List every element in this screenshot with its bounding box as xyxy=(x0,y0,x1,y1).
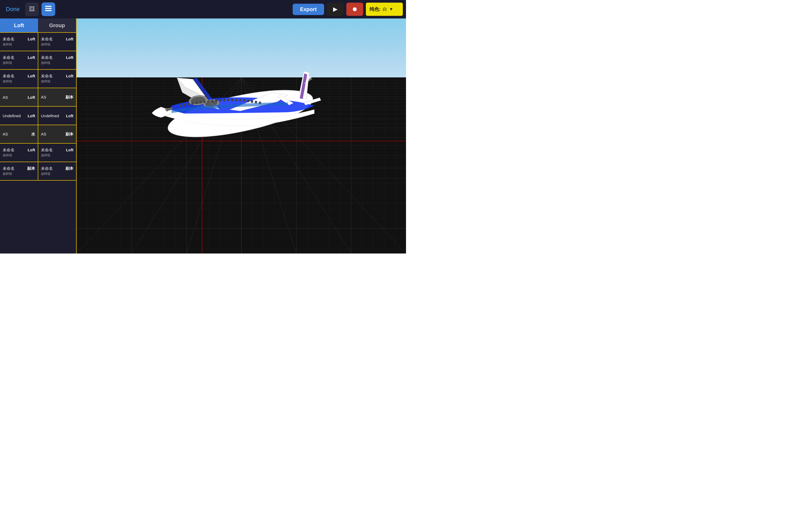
cell-type-left: Loft xyxy=(28,95,35,100)
layers-icon-button[interactable] xyxy=(42,2,55,16)
grid-row-1: 未命名Loft放样组未命名Loft放样组 xyxy=(0,51,76,70)
cell-type-left: Loft xyxy=(28,148,35,152)
cell-name-left: Undefined xyxy=(3,114,20,118)
cell-name-left: 未命名 xyxy=(3,55,14,60)
cell-name-right: 未命名 xyxy=(41,55,53,60)
cell-type-right: Loft xyxy=(66,37,73,41)
horizontal-axis xyxy=(76,141,406,141)
grid-row-4: UndefinedLoftUndefinedLoft xyxy=(0,107,76,125)
play-icon: ▶ xyxy=(333,6,338,13)
grid-cell-left-6[interactable]: 未命名Loft放样组 xyxy=(0,144,38,162)
tab-loft[interactable]: Loft xyxy=(0,18,38,32)
cell-sub-left: 放样组 xyxy=(3,61,35,65)
grid-cell-left-3[interactable]: ASLoft xyxy=(0,88,38,106)
cell-sub-left: 放样组 xyxy=(3,153,35,158)
color-label: 纯色: xyxy=(370,6,381,12)
grid-cell-right-1[interactable]: 未命名Loft放样组 xyxy=(38,51,76,69)
cell-name-right: 未命名 xyxy=(41,148,53,153)
grid-cell-left-2[interactable]: 未命名Loft放样组 xyxy=(0,70,38,88)
vertical-axis xyxy=(202,77,202,254)
grid-row-5: AS水AS副本 xyxy=(0,125,76,144)
svg-rect-2 xyxy=(45,10,52,11)
cell-type-left: Loft xyxy=(28,114,35,118)
grid-row-3: ASLoftAS副本 xyxy=(0,88,76,107)
cell-sub-left: 放样组 xyxy=(3,172,35,176)
grid-cell-left-1[interactable]: 未命名Loft放样组 xyxy=(0,51,38,69)
done-button[interactable]: Done xyxy=(3,4,22,14)
cell-type-right: 副本 xyxy=(65,132,73,137)
color-dropdown-button[interactable]: ▼ xyxy=(389,7,393,12)
cell-sub-right: 放样组 xyxy=(41,61,73,65)
tab-bar: Loft Group xyxy=(0,18,76,32)
cell-sub-right: 放样组 xyxy=(41,172,73,176)
cell-sub-right: 放样组 xyxy=(41,79,73,84)
svg-rect-0 xyxy=(45,6,52,7)
color-panel: 纯色: 白 ▼ xyxy=(366,3,403,16)
object-grid-list: 未命名Loft放样组未命名Loft放样组未命名Loft放样组未命名Loft放样组… xyxy=(0,32,76,253)
cell-type-right: Loft xyxy=(66,114,73,118)
cell-name-left: 未命名 xyxy=(3,37,14,42)
export-button[interactable]: Export xyxy=(293,4,324,15)
grid-cell-left-5[interactable]: AS水 xyxy=(0,125,38,143)
cell-type-right: Loft xyxy=(66,74,73,78)
cell-name-right: 未命名 xyxy=(41,37,53,42)
cell-name-left: 未命名 xyxy=(3,166,14,171)
svg-rect-1 xyxy=(45,8,52,9)
grid-row-7: 未命名副本放样组未命名副本放样组 xyxy=(0,162,76,181)
cell-sub-right: 放样组 xyxy=(41,153,73,158)
grid-floor xyxy=(76,77,406,254)
photo-icon: 🖼 xyxy=(29,6,35,13)
cell-name-right: 未命名 xyxy=(41,74,53,79)
cell-sub-left: 放样组 xyxy=(3,79,35,84)
cell-type-right: Loft xyxy=(66,55,73,60)
cell-name-left: AS xyxy=(3,132,8,136)
grid-cell-right-7[interactable]: 未命名副本放样组 xyxy=(38,162,76,180)
toolbar: Done 🖼 Export ▶ ⏺ 纯色: 白 ▼ xyxy=(0,0,406,18)
record-button[interactable]: ⏺ xyxy=(346,3,363,16)
grid-row-6: 未命名Loft放样组未命名Loft放样组 xyxy=(0,144,76,162)
grid-cell-left-4[interactable]: UndefinedLoft xyxy=(0,107,38,125)
grid-cell-right-0[interactable]: 未命名Loft放样组 xyxy=(38,33,76,51)
tab-group[interactable]: Group xyxy=(38,18,76,32)
grid-cell-left-7[interactable]: 未命名副本放样组 xyxy=(0,162,38,180)
3d-viewport[interactable] xyxy=(76,18,406,253)
cell-name-left: AS xyxy=(3,95,8,100)
cell-type-left: Loft xyxy=(28,74,35,78)
record-icon: ⏺ xyxy=(352,6,358,13)
cell-name-right: AS xyxy=(41,132,46,136)
cell-type-left: 水 xyxy=(31,132,35,137)
grid-cell-right-3[interactable]: AS副本 xyxy=(38,88,76,106)
photo-icon-button[interactable]: 🖼 xyxy=(25,2,39,16)
main-content: Loft Group 未命名Loft放样组未命名Loft放样组未命名Loft放样… xyxy=(0,18,406,253)
grid-row-0: 未命名Loft放样组未命名Loft放样组 xyxy=(0,33,76,51)
cell-type-left: Loft xyxy=(28,37,35,41)
grid-cell-left-0[interactable]: 未命名Loft放样组 xyxy=(0,33,38,51)
cell-name-left: 未命名 xyxy=(3,148,14,153)
sidebar: Loft Group 未命名Loft放样组未命名Loft放样组未命名Loft放样… xyxy=(0,18,76,253)
cell-name-right: 未命名 xyxy=(41,166,53,171)
cell-type-left: Loft xyxy=(28,55,35,60)
cell-name-right: Undefined xyxy=(41,114,59,118)
grid-row-2: 未命名Loft放样组未命名Loft放样组 xyxy=(0,70,76,88)
cell-type-right: Loft xyxy=(66,148,73,152)
grid-cell-right-5[interactable]: AS副本 xyxy=(38,125,76,143)
cell-sub-right: 放样组 xyxy=(41,42,73,47)
cell-type-right: 副本 xyxy=(65,166,73,171)
grid-cell-right-6[interactable]: 未命名Loft放样组 xyxy=(38,144,76,162)
cell-type-left: 副本 xyxy=(27,166,35,171)
cell-name-right: AS xyxy=(41,95,46,99)
play-button[interactable]: ▶ xyxy=(327,3,344,16)
cell-sub-left: 放样组 xyxy=(3,42,35,47)
grid-cell-right-2[interactable]: 未命名Loft放样组 xyxy=(38,70,76,88)
color-value: 白 xyxy=(383,7,387,12)
cell-type-right: 副本 xyxy=(65,95,73,100)
grid-cell-right-4[interactable]: UndefinedLoft xyxy=(38,107,76,125)
layers-icon xyxy=(45,5,52,14)
cell-name-left: 未命名 xyxy=(3,74,14,79)
